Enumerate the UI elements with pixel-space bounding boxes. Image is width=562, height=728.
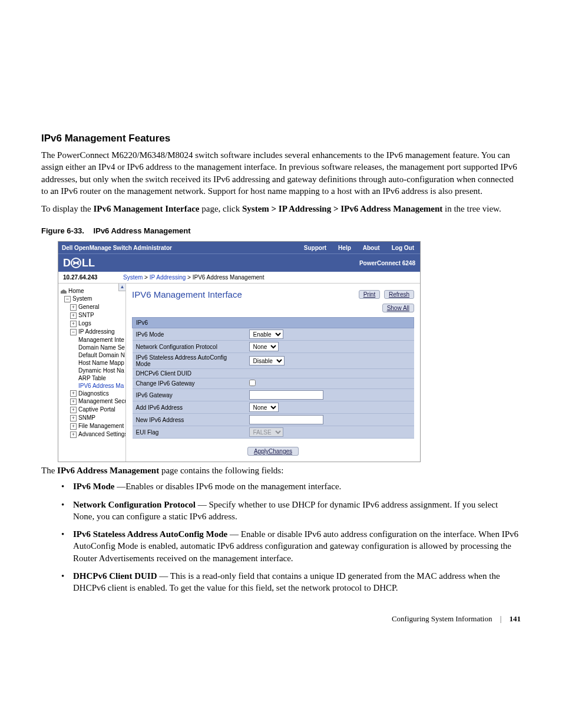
expand-icon[interactable]: + [70, 304, 77, 311]
tree-home[interactable]: Home [68, 288, 84, 294]
app-window: Dell OpenManage Switch Administrator Sup… [58, 241, 421, 462]
app-logobar: D LL PowerConnect 6248 [58, 253, 420, 272]
tree-system[interactable]: System [72, 295, 92, 302]
tree-ipv6-address-mgmt[interactable]: IPV6 Address Ma [78, 383, 124, 389]
figure-number: Figure 6-33. [41, 226, 84, 235]
crumb-system[interactable]: System [123, 274, 143, 281]
nav-tree: ▲ Home −System +General +SNTP +Logs −IP … [58, 284, 126, 462]
breadcrumb: System > IP Addressing > IPV6 Address Ma… [123, 274, 264, 281]
checkbox-change-gateway[interactable] [249, 380, 256, 386]
input-new-ipv6[interactable] [249, 415, 323, 424]
tree-general[interactable]: General [78, 304, 100, 310]
collapse-icon[interactable]: − [70, 329, 77, 335]
text-bold: System > IP Addressing > IPv6 Address Ma… [242, 204, 442, 213]
group-header: IPv6 [133, 318, 414, 328]
app-titlebar: Dell OpenManage Switch Administrator Sup… [58, 242, 420, 253]
apply-changes-button[interactable]: ApplyChanges [247, 447, 299, 456]
text: page contains the following fields: [159, 466, 283, 475]
expand-icon[interactable]: + [70, 431, 77, 438]
svg-text:LL: LL [82, 257, 95, 269]
tree-host-name-mapping[interactable]: Host Name Mapp [78, 360, 124, 366]
value-dhcpv6-duid [246, 369, 414, 378]
list-item: Network Configuration Protocol — Specify… [61, 499, 521, 523]
app-title: Dell OpenManage Switch Administrator [58, 245, 298, 251]
expand-icon[interactable]: + [70, 312, 77, 319]
select-add-ipv6[interactable]: None [249, 403, 279, 412]
tree-ipaddressing[interactable]: IP Addressing [78, 328, 115, 335]
select-eui-flag: FALSE [249, 427, 283, 437]
tree-logs[interactable]: Logs [78, 320, 91, 327]
label-dhcpv6-duid: DHCPv6 Client DUID [133, 369, 246, 378]
show-all-button[interactable]: Show All [382, 304, 414, 312]
page-number: 141 [510, 614, 521, 623]
text-bold: IPv6 Management Interface [94, 204, 200, 213]
content-pane: IPV6 Management Interface Print Refresh … [126, 284, 420, 462]
refresh-button[interactable]: Refresh [384, 290, 414, 299]
paragraph-2: To display the IPv6 Management Interface… [41, 203, 521, 215]
tree-file-mgmt[interactable]: File Management [78, 423, 124, 429]
label-net-config-proto: Network Configuration Protocol [133, 341, 246, 353]
tree-sntp[interactable]: SNTP [78, 312, 94, 318]
tree-arp-table[interactable]: ARP Table [78, 375, 106, 381]
print-button[interactable]: Print [359, 290, 381, 299]
device-ip: 10.27.64.243 [63, 274, 123, 281]
text: page, click [199, 204, 242, 213]
crumb-current: IPV6 Address Management [193, 274, 265, 281]
tree-snmp[interactable]: SNMP [78, 414, 95, 421]
tree-mgmt-security[interactable]: Management Secur [78, 398, 126, 404]
select-net-config-proto[interactable]: None [249, 342, 279, 351]
label-ipv6-gateway: IPv6 Gateway [133, 389, 246, 401]
tree-default-domain[interactable]: Default Domain N [78, 352, 125, 358]
collapse-icon[interactable]: − [64, 296, 71, 302]
paragraph-1: The PowerConnect M6220/M6348/M8024 switc… [41, 149, 521, 197]
tree-diagnostics[interactable]: Diagnostics [78, 390, 109, 397]
settings-table: IPv6 IPv6 Mode Enable Network Configurat… [132, 317, 414, 439]
expand-icon[interactable]: + [70, 415, 77, 421]
dell-logo: D LL [63, 257, 104, 269]
text: To display the [41, 204, 94, 213]
figure-title: IPv6 Address Management [94, 226, 191, 235]
expand-icon[interactable]: + [70, 390, 77, 397]
tree-dynamic-host[interactable]: Dynamic Host Na [78, 367, 124, 374]
field-name: Network Configuration Protocol [73, 500, 198, 509]
crumb-ipaddr[interactable]: IP Addressing [150, 274, 186, 281]
section-heading: IPv6 Management Features [41, 133, 521, 144]
input-ipv6-gateway[interactable] [249, 390, 323, 400]
page-footer: Configuring System Information | 141 [41, 614, 521, 624]
text: in the tree view. [442, 204, 501, 213]
label-ipv6-mode: IPv6 Mode [133, 328, 246, 341]
link-support[interactable]: Support [298, 245, 332, 251]
tree-domain-name-server[interactable]: Domain Name Se [78, 344, 125, 351]
expand-icon[interactable]: + [70, 398, 77, 405]
tree-captive-portal[interactable]: Captive Portal [78, 406, 115, 413]
separator-icon: | [500, 614, 502, 623]
link-help[interactable]: Help [332, 245, 357, 251]
scroll-up-icon[interactable]: ▲ [118, 284, 125, 291]
field-desc: —Enables or disables IPv6 mode on the ma… [117, 482, 341, 491]
field-list: IPv6 Mode —Enables or disables IPv6 mode… [61, 480, 521, 594]
select-stateless-autoconfig[interactable]: Disable [249, 356, 285, 365]
field-name: IPv6 Stateless Address AutoConfig Mode [73, 529, 230, 539]
label-eui-flag: EUI Flag [133, 426, 246, 439]
text: The [41, 466, 57, 475]
expand-icon[interactable]: + [70, 321, 77, 327]
expand-icon[interactable]: + [70, 423, 77, 430]
tree-mgmt-interface[interactable]: Management Inte [78, 337, 124, 343]
expand-icon[interactable]: + [70, 407, 77, 413]
list-item: IPv6 Stateless Address AutoConfig Mode —… [61, 528, 521, 564]
label-change-gateway: Change IPv6 Gateway [133, 378, 246, 389]
figure-caption: Figure 6-33. IPv6 Address Management [41, 226, 521, 235]
label-stateless-autoconfig: IPv6 Stateless Address AutoConfig Mode [133, 353, 246, 369]
select-ipv6-mode[interactable]: Enable [249, 330, 283, 339]
fields-intro: The IPv6 Address Management page contain… [41, 466, 521, 476]
text-bold: IPv6 Address Management [57, 466, 159, 475]
svg-text:D: D [63, 257, 71, 269]
page-title: IPV6 Management Interface [132, 289, 242, 299]
breadcrumb-row: 10.27.64.243 System > IP Addressing > IP… [58, 272, 420, 284]
tree-advanced-settings[interactable]: Advanced Settings [78, 431, 126, 437]
footer-section: Configuring System Information [392, 614, 492, 623]
link-logout[interactable]: Log Out [386, 245, 420, 251]
field-name: IPv6 Mode [73, 482, 117, 491]
link-about[interactable]: About [357, 245, 386, 251]
list-item: DHCPv6 Client DUID — This is a read-only… [61, 570, 521, 594]
